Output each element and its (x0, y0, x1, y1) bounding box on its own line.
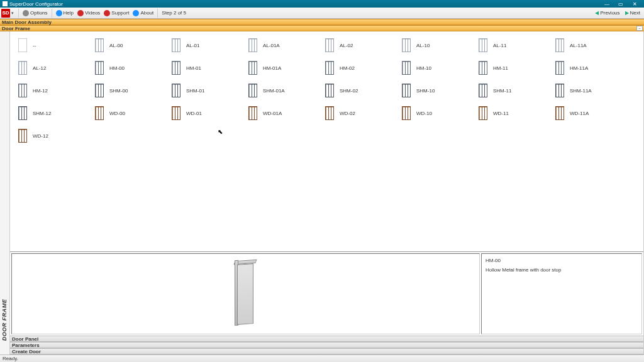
frame-item-wd-01[interactable]: WD-01 (169, 102, 245, 124)
frame-item-al-02[interactable]: AL-02 (322, 34, 399, 57)
frame-item-label: SHM-01A (263, 88, 285, 94)
about-icon (133, 10, 139, 16)
about-label: About (140, 10, 153, 16)
frame-item-hm-00[interactable]: HM-00 (92, 57, 169, 79)
frame-item-label: HM-01 (186, 65, 201, 71)
frame-item-shm-01[interactable]: SHM-01 (169, 79, 245, 102)
frame-thumb-icon (400, 82, 413, 99)
step-indicator: Step 2 of 5 (160, 8, 188, 18)
frame-item-wd-11a[interactable]: WD-11A (552, 102, 629, 124)
frame-thumb-icon (323, 105, 336, 121)
frame-item-label: SHM-11 (493, 88, 511, 94)
section-parameters[interactable]: Parameters (10, 342, 643, 348)
chevron-right-icon: ▶ (625, 10, 629, 16)
frame-thumb-icon (16, 128, 29, 144)
frame-item-label: WD-11 (493, 111, 509, 116)
next-button[interactable]: ▶ Next (623, 10, 643, 16)
frame-item-al-00[interactable]: AL-00 (92, 34, 169, 57)
frame-item-hm-02[interactable]: HM-02 (322, 57, 399, 79)
previous-button[interactable]: ◀ Previous (592, 10, 622, 16)
frame-item-label: AL-11 (493, 43, 506, 48)
side-tab-door-frame[interactable]: DOOR FRAME (0, 31, 10, 354)
maximize-button[interactable]: ▭ (614, 0, 628, 8)
frame-item-hm-12[interactable]: HM-12 (15, 79, 92, 102)
frame-item-shm-02[interactable]: SHM-02 (322, 79, 399, 102)
frame-item-hm-11[interactable]: HM-11 (475, 57, 552, 79)
support-button[interactable]: Support (102, 8, 131, 18)
help-button[interactable]: Help (54, 8, 75, 18)
next-label: Next (630, 10, 640, 16)
chevron-left-icon: ◀ (595, 10, 599, 16)
main-toolbar: SD ▾ Options Help Videos Support About S… (0, 8, 644, 19)
frame-item-label: AL-02 (340, 43, 353, 48)
section-create-door-label: Create Door (12, 349, 41, 354)
section-door-frame-label: Door Frame (2, 26, 30, 31)
frame-item-wd-10[interactable]: WD-10 (399, 102, 475, 124)
frame-item-hm-11a[interactable]: HM-11A (552, 57, 629, 79)
section-create-door[interactable]: Create Door (10, 348, 643, 354)
frame-item-shm-00[interactable]: SHM-00 (92, 79, 169, 102)
frame-item-label: WD-12 (33, 133, 48, 139)
frame-item-hm-01[interactable]: HM-01 (169, 57, 245, 79)
frame-item-label: HM-12 (33, 88, 48, 94)
frame-item-al-01a[interactable]: AL-01A (245, 34, 322, 57)
frame-item-hm-01a[interactable]: HM-01A (245, 57, 322, 79)
frame-item-al-01[interactable]: AL-01 (169, 34, 245, 57)
collapse-icon[interactable]: – (636, 26, 643, 31)
frame-item-label: SHM-11A (570, 88, 592, 94)
frame-item-label: AL-12 (33, 65, 46, 71)
videos-label: Videos (85, 10, 100, 16)
frame-thumb-icon (16, 37, 29, 53)
frame-thumb-icon (477, 105, 489, 121)
frame-item-label: SHM-10 (416, 88, 435, 94)
options-button[interactable]: Options (21, 8, 50, 18)
frame-item-shm-11a[interactable]: SHM-11A (552, 79, 629, 102)
frame-item-wd-01a[interactable]: WD-01A (245, 102, 322, 124)
frame-item-label: SHM-01 (186, 88, 204, 94)
frame-item-shm-01a[interactable]: SHM-01A (245, 79, 322, 102)
options-label: Options (30, 10, 48, 16)
app-logo[interactable]: SD (1, 9, 10, 18)
frame-thumb-icon (553, 105, 566, 121)
detail-code: HM-00 (486, 258, 638, 263)
info-pane: HM-00 Hollow Metal frame with door stop (481, 253, 642, 334)
frame-thumb-icon (323, 60, 336, 76)
door-3d-preview (232, 260, 260, 328)
frame-item-al-12[interactable]: AL-12 (15, 57, 92, 79)
section-main-assembly[interactable]: Main Door Assembly (0, 19, 644, 25)
frame-item-shm-12[interactable]: SHM-12 (15, 102, 92, 124)
app-menu-dropdown[interactable]: ▾ (11, 11, 16, 16)
frame-item-al-11[interactable]: AL-11 (475, 34, 552, 57)
minimize-button[interactable]: — (600, 0, 614, 8)
frame-thumb-icon (93, 37, 106, 53)
videos-button[interactable]: Videos (75, 8, 102, 18)
frame-item-label: HM-02 (340, 65, 355, 71)
frame-item-wd-12[interactable]: WD-12 (15, 124, 92, 147)
about-button[interactable]: About (131, 8, 155, 18)
close-button[interactable]: ✕ (628, 0, 641, 8)
frame-thumb-icon (553, 60, 566, 76)
frame-item-shm-11[interactable]: SHM-11 (475, 79, 552, 102)
frame-item-label: AL-01 (186, 43, 199, 48)
frame-item-wd-11[interactable]: WD-11 (475, 102, 552, 124)
frame-item-shm-10[interactable]: SHM-10 (399, 79, 475, 102)
frame-thumb-icon (93, 60, 106, 76)
frame-thumb-icon (247, 37, 259, 53)
frame-thumb-icon (16, 82, 29, 99)
section-parameters-label: Parameters (12, 343, 40, 348)
frame-item-label: HM-11A (570, 65, 588, 71)
frame-item-wd-00[interactable]: WD-00 (92, 102, 169, 124)
section-door-panel[interactable]: Door Panel (10, 336, 643, 342)
videos-icon (77, 10, 84, 16)
section-door-frame[interactable]: Door Frame – (0, 25, 644, 31)
frame-item---[interactable]: -- (15, 34, 92, 57)
frame-item-al-10[interactable]: AL-10 (399, 34, 475, 57)
frame-item-label: AL-00 (109, 43, 123, 48)
frame-item-al-11a[interactable]: AL-11A (552, 34, 629, 57)
frame-item-label: HM-10 (416, 65, 431, 71)
frame-thumb-icon (323, 82, 336, 99)
frame-item-wd-02[interactable]: WD-02 (322, 102, 399, 124)
frame-item-label: HM-11 (493, 65, 508, 71)
frame-item-label: WD-02 (340, 111, 355, 116)
frame-item-hm-10[interactable]: HM-10 (399, 57, 475, 79)
